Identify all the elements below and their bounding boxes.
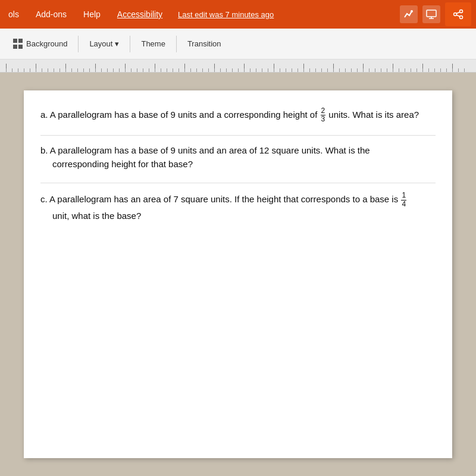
- svg-point-4: [460, 10, 463, 13]
- background-label: Background: [26, 39, 67, 48]
- main-area: a. A parallelogram has a base of 9 units…: [0, 73, 476, 476]
- transition-button[interactable]: Transition: [181, 36, 227, 52]
- menu-icons-right: [400, 2, 471, 26]
- transition-label: Transition: [187, 39, 221, 48]
- grid-icon: [13, 39, 24, 49]
- toolbar: Background Layout ▾ Theme Transition: [0, 29, 476, 60]
- menu-bar: ols Add-ons Help Accessibility Last edit…: [0, 0, 476, 29]
- toolbar-sep-1: [78, 36, 79, 52]
- menu-help[interactable]: Help: [80, 7, 104, 21]
- divider-b-c: [40, 183, 436, 183]
- layout-chevron: ▾: [115, 39, 119, 48]
- menu-addons[interactable]: Add-ons: [32, 7, 70, 21]
- fraction-a-num: 2: [321, 107, 326, 115]
- question-c-label: c.: [40, 194, 48, 204]
- svg-line-8: [456, 15, 460, 17]
- divider-a-b: [40, 135, 436, 136]
- question-a-text-before: A parallelogram has a base of 9 units an…: [48, 109, 318, 120]
- svg-point-5: [454, 13, 457, 16]
- svg-point-0: [411, 10, 413, 12]
- question-b-text-line1: A parallelogram has a base of 9 units an…: [48, 145, 370, 155]
- theme-label: Theme: [141, 39, 165, 48]
- question-b-text-line2: corresponding height for that base?: [52, 159, 193, 169]
- question-b-line2: corresponding height for that base?: [52, 158, 436, 171]
- fraction-a-den: 3: [321, 115, 326, 123]
- svg-line-7: [456, 12, 460, 14]
- fraction-c-num: 1: [401, 192, 406, 200]
- fraction-c: 1 4: [401, 192, 406, 208]
- last-edit-status: Last edit was 7 minutes ago: [178, 10, 274, 19]
- svg-rect-1: [427, 10, 436, 17]
- menu-ols[interactable]: ols: [5, 7, 23, 21]
- question-a-text-after: units. What is its area?: [328, 109, 419, 120]
- question-a: a. A parallelogram has a base of 9 units…: [40, 107, 436, 123]
- layout-button[interactable]: Layout ▾: [83, 36, 125, 52]
- question-b-label: b.: [40, 145, 48, 155]
- share-button[interactable]: [445, 2, 471, 26]
- question-c-text-line2: unit, what is the base?: [52, 211, 141, 221]
- fraction-c-den: 4: [401, 201, 406, 208]
- toolbar-sep-3: [176, 36, 177, 52]
- svg-point-6: [460, 16, 463, 19]
- theme-button[interactable]: Theme: [135, 36, 171, 52]
- question-a-label: a.: [40, 109, 48, 120]
- ruler: [0, 60, 476, 73]
- background-button[interactable]: Background: [7, 35, 73, 53]
- toolbar-sep-2: [130, 36, 130, 52]
- layout-label: Layout: [89, 39, 112, 48]
- question-c-line2: unit, what is the base?: [52, 209, 436, 223]
- question-b: b. A parallelogram has a base of 9 units…: [40, 144, 436, 171]
- menu-accessibility[interactable]: Accessibility: [114, 7, 166, 21]
- fraction-a: 2 3: [321, 107, 326, 123]
- question-c-text-before: A parallelogram has an area of 7 square …: [48, 194, 399, 204]
- question-c: c. A parallelogram has an area of 7 squa…: [40, 192, 436, 223]
- document-card: a. A parallelogram has a base of 9 units…: [24, 90, 452, 458]
- monitor-icon[interactable]: [422, 5, 440, 23]
- graph-icon[interactable]: [400, 5, 418, 23]
